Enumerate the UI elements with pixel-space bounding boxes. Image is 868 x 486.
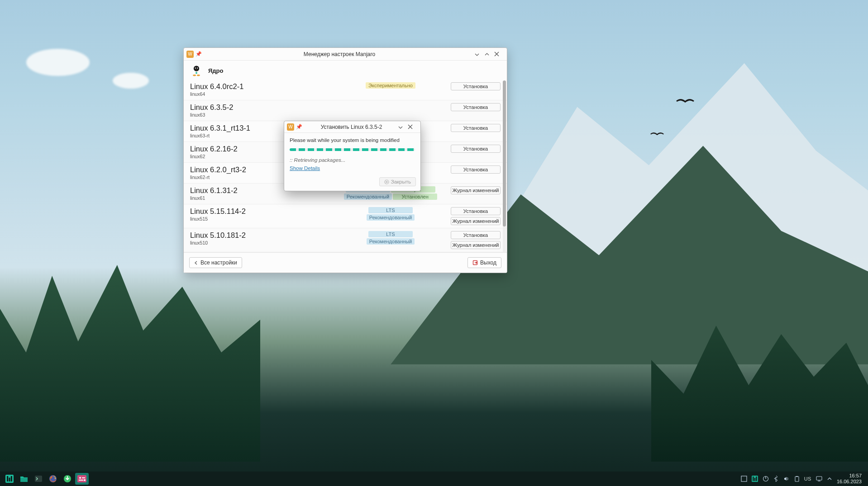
badge-lts: LTS xyxy=(368,231,413,237)
install-button[interactable]: Установка xyxy=(451,124,501,132)
firefox-button[interactable] xyxy=(46,473,60,485)
chevron-left-icon xyxy=(194,261,198,265)
close-button-disabled: Закрыть xyxy=(379,177,416,186)
tux-icon xyxy=(190,64,203,77)
start-menu-button[interactable] xyxy=(3,473,16,485)
svg-point-1 xyxy=(194,66,199,71)
show-details-link[interactable]: Show Details xyxy=(290,165,320,171)
window-titlebar[interactable]: W 📌 Менеджер настроек Manjaro xyxy=(184,48,507,61)
svg-rect-33 xyxy=(816,477,822,480)
power-icon[interactable] xyxy=(763,476,769,482)
kernel-actions: Установка xyxy=(442,145,501,153)
minimize-icon[interactable] xyxy=(398,124,408,130)
close-icon[interactable] xyxy=(408,124,418,129)
kernel-actions: Установка xyxy=(442,82,501,90)
status-text: :: Retrieving packages... xyxy=(290,157,415,163)
svg-rect-12 xyxy=(7,476,8,481)
svg-rect-24 xyxy=(741,476,747,481)
kernel-package: linux61 xyxy=(190,195,339,201)
dialog-message: Please wait while your system is being m… xyxy=(290,137,415,143)
kernel-package: linux510 xyxy=(190,240,339,245)
window-footer: Все настройки Выход xyxy=(184,252,507,273)
kernel-actions: УстановкаЖурнал изменений xyxy=(442,231,501,249)
dialog-title: Установить Linux 6.3.5-2 xyxy=(305,124,398,130)
svg-point-23 xyxy=(84,479,86,481)
svg-rect-32 xyxy=(796,476,798,477)
svg-rect-27 xyxy=(754,478,755,481)
clipboard-icon[interactable] xyxy=(794,476,800,482)
manjaro-settings-taskbar-button[interactable] xyxy=(75,473,89,485)
volume-icon[interactable] xyxy=(783,476,790,482)
close-icon[interactable] xyxy=(494,52,504,57)
kernel-name: Linux 6.3.5-2 xyxy=(190,103,339,112)
kernel-badges: Экспериментально xyxy=(339,82,442,89)
bluetooth-icon[interactable] xyxy=(773,476,779,482)
maximize-icon[interactable] xyxy=(484,52,494,57)
system-tray: US 16:57 16.06.2023 xyxy=(741,473,865,484)
file-manager-button[interactable] xyxy=(17,473,31,485)
terminal-button[interactable] xyxy=(32,473,45,485)
tray-expand-icon[interactable] xyxy=(827,476,832,481)
network-icon[interactable] xyxy=(816,476,822,481)
kernel-actions: Установка xyxy=(442,165,501,174)
scrollbar[interactable] xyxy=(503,80,506,252)
kernel-package: linux515 xyxy=(190,216,339,222)
dialog-titlebar[interactable]: W 📌 Установить Linux 6.3.5-2 xyxy=(284,121,420,133)
svg-point-6 xyxy=(193,75,196,76)
svg-rect-14 xyxy=(11,476,12,481)
exit-icon xyxy=(472,260,478,265)
kernel-name: Linux 5.15.114-2 xyxy=(190,207,339,216)
install-button[interactable]: Установка xyxy=(451,231,501,239)
taskbar: US 16:57 16.06.2023 xyxy=(0,472,868,486)
svg-rect-22 xyxy=(79,480,83,481)
app-icon: W xyxy=(186,51,194,58)
install-dialog: W 📌 Установить Linux 6.3.5-2 Please wait… xyxy=(284,121,421,191)
section-header: Ядро xyxy=(184,61,507,80)
pin-icon[interactable]: 📌 xyxy=(296,124,302,130)
kernel-row: Linux 5.10.181-2linux510LTSРекомендованн… xyxy=(184,228,507,252)
svg-point-4 xyxy=(196,68,196,68)
svg-rect-15 xyxy=(20,478,28,482)
kernel-actions: Установка xyxy=(442,103,501,111)
badge-rec: Рекомендованный xyxy=(367,214,415,221)
all-settings-label: Все настройки xyxy=(200,260,237,266)
svg-rect-13 xyxy=(9,478,10,482)
minimize-icon[interactable] xyxy=(474,52,484,57)
kernel-actions: Журнал изменений xyxy=(442,186,501,194)
updates-button[interactable] xyxy=(61,473,74,485)
window-title: Менеджер настроек Manjaro xyxy=(205,51,474,57)
clock[interactable]: 16:57 16.06.2023 xyxy=(837,473,862,484)
svg-rect-31 xyxy=(795,477,799,481)
progress-bar xyxy=(290,148,415,151)
kernel-badges: LTSРекомендованный xyxy=(339,207,442,221)
all-settings-button[interactable]: Все настройки xyxy=(189,257,242,268)
clock-date: 16.06.2023 xyxy=(837,479,862,485)
changelog-button[interactable]: Журнал изменений xyxy=(451,217,501,225)
changelog-button[interactable]: Журнал изменений xyxy=(451,241,501,249)
app-icon: W xyxy=(287,123,294,131)
install-button[interactable]: Установка xyxy=(451,165,501,174)
kernel-package: linux63 xyxy=(190,112,339,118)
show-desktop-icon[interactable] xyxy=(741,476,747,482)
install-button[interactable]: Установка xyxy=(451,145,501,153)
install-button[interactable]: Установка xyxy=(451,103,501,111)
badge-rec: Рекомендованный xyxy=(344,193,392,200)
keyboard-layout[interactable]: US xyxy=(804,476,811,481)
install-button[interactable]: Установка xyxy=(451,82,501,90)
badge-lts: LTS xyxy=(368,207,413,213)
changelog-button[interactable]: Журнал изменений xyxy=(451,186,501,194)
kernel-row: Linux 5.15.114-2linux515LTSРекомендованн… xyxy=(184,204,507,228)
svg-rect-19 xyxy=(77,475,86,482)
pin-icon[interactable]: 📌 xyxy=(196,51,202,57)
svg-rect-26 xyxy=(753,477,754,481)
tray-manjaro-icon[interactable] xyxy=(752,476,758,482)
badge-rec: Рекомендованный xyxy=(367,238,415,245)
kernel-actions: УстановкаЖурнал изменений xyxy=(442,207,501,225)
install-button[interactable]: Установка xyxy=(451,207,501,215)
svg-rect-21 xyxy=(82,477,85,478)
kernel-package: linux64 xyxy=(190,91,339,97)
exit-button[interactable]: Выход xyxy=(467,257,501,268)
kernel-badges: LTSРекомендованный xyxy=(339,231,442,245)
section-title: Ядро xyxy=(208,67,223,74)
clock-time: 16:57 xyxy=(837,473,862,479)
